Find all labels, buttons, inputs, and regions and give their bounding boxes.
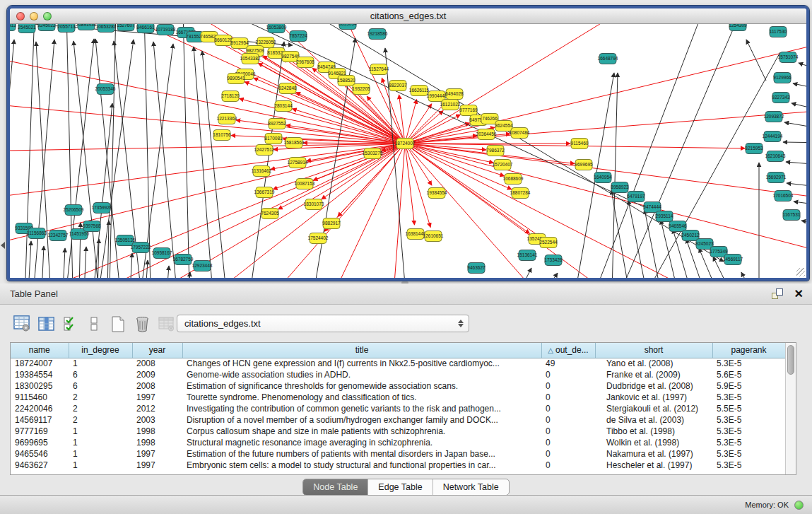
cell-out_de[interactable]: 49 — [541, 358, 595, 369]
network-node[interactable]: 1254309 — [729, 24, 747, 31]
table-row[interactable]: 1830029562008Estimation of significance … — [11, 380, 785, 392]
cell-title[interactable]: Estimation of the future numbers of pati… — [182, 448, 541, 460]
cell-pagerank[interactable]: 5.3E-5 — [712, 392, 785, 403]
column-header-pagerank[interactable]: pagerank — [712, 343, 785, 358]
network-node[interactable]: 1810756 — [213, 130, 231, 141]
cell-pagerank[interactable]: 5.6E-5 — [712, 369, 785, 380]
network-node[interactable]: 12610651 — [423, 231, 444, 242]
close-panel-icon[interactable]: ✕ — [794, 289, 804, 299]
network-node[interactable]: 1527607 — [117, 24, 135, 31]
network-edge[interactable] — [526, 273, 558, 278]
network-node[interactable]: 15720407 — [493, 160, 513, 170]
cell-short[interactable]: Dudbridge et al. (2008) — [595, 380, 712, 392]
network-node[interactable]: 1640954 — [594, 173, 612, 183]
network-node[interactable]: 10958167 — [152, 248, 172, 259]
network-node[interactable]: 19384554 — [427, 188, 447, 199]
cell-title[interactable]: Genome-wide association studies in ADHD. — [182, 369, 541, 380]
network-node[interactable]: 10807484 — [510, 128, 530, 139]
network-node[interactable]: 11527644 — [369, 64, 389, 75]
network-node[interactable]: 15136141 — [517, 250, 538, 261]
table-row[interactable]: 946362711997Embryonic stem cells: a mode… — [11, 460, 785, 471]
network-node[interactable]: 17359928 — [92, 203, 112, 214]
network-canvas[interactable]: 1950513254502192450222055713208914361065… — [10, 24, 806, 278]
cell-short[interactable]: Yano et al. (2008) — [595, 358, 712, 369]
cell-in_degree[interactable]: 2 — [69, 414, 132, 426]
network-edge[interactable] — [167, 266, 169, 278]
network-edge[interactable] — [787, 183, 806, 188]
network-node[interactable]: 2545021 — [18, 24, 36, 33]
network-node[interactable]: 8215953 — [745, 144, 763, 154]
network-node[interactable]: 12758914 — [288, 158, 308, 168]
network-node[interactable]: 2967608 — [296, 57, 314, 68]
cell-in_degree[interactable]: 1 — [69, 460, 132, 471]
network-node[interactable]: 2718120 — [221, 91, 240, 102]
network-node[interactable]: 9699695 — [575, 160, 593, 170]
network-node[interactable]: 18301073 — [304, 199, 324, 210]
network-edge[interactable] — [194, 47, 215, 278]
network-edge[interactable] — [801, 221, 806, 226]
network-edge[interactable] — [614, 24, 741, 278]
cell-year[interactable]: 2008 — [132, 380, 182, 392]
network-node[interactable]: 9890541 — [227, 74, 245, 84]
cell-name[interactable]: 9465546 — [11, 448, 69, 460]
network-node[interactable]: 20891436 — [76, 24, 97, 30]
table-row[interactable]: 2242004622012Investigating the contribut… — [11, 403, 785, 414]
cell-out_de[interactable]: 0 — [541, 403, 595, 414]
cell-name[interactable]: 9115460 — [11, 392, 69, 403]
table-vertical-scrollbar[interactable] — [785, 343, 796, 474]
cell-name[interactable]: 18300295 — [11, 380, 69, 392]
network-node[interactable]: 8170081 — [264, 134, 283, 144]
network-node[interactable]: 11156863 — [27, 228, 47, 239]
cell-name[interactable]: 14569117 — [11, 414, 69, 426]
select-rows-checkbox-icon[interactable] — [61, 315, 79, 333]
network-edge[interactable] — [799, 63, 806, 74]
cell-title[interactable]: Disruption of a novel member of a sodium… — [182, 414, 541, 426]
network-edge[interactable] — [28, 241, 31, 278]
network-node[interactable]: 15692971 — [766, 173, 787, 183]
column-header-title[interactable]: title — [182, 343, 541, 358]
cell-title[interactable]: Estimation of significance thresholds fo… — [182, 380, 541, 392]
network-node[interactable]: 7624305 — [261, 209, 279, 219]
network-edge[interactable] — [741, 272, 759, 278]
network-node[interactable]: 1733426 — [544, 255, 563, 266]
network-edge[interactable] — [73, 41, 102, 278]
network-node[interactable]: 8912954 — [230, 38, 249, 49]
cell-out_de[interactable]: 0 — [541, 414, 595, 426]
cell-pagerank[interactable]: 5.3E-5 — [712, 414, 785, 426]
cell-in_degree[interactable]: 2 — [69, 392, 132, 403]
network-edge[interactable] — [794, 201, 806, 206]
cell-title[interactable]: Embryonic stem cells: a model to study s… — [182, 460, 541, 471]
cell-pagerank[interactable]: 5.3E-5 — [712, 460, 785, 471]
network-node[interactable]: 17524402 — [308, 233, 329, 244]
table-select-dropdown[interactable]: citations_edges.txt — [177, 315, 469, 332]
network-node[interactable]: 12093872 — [764, 112, 784, 122]
network-edge[interactable] — [612, 73, 618, 278]
node-table[interactable]: namein_degreeyeartitle△out_de...shortpag… — [11, 343, 785, 471]
network-edge[interactable] — [183, 24, 190, 278]
cell-year[interactable]: 2008 — [132, 358, 182, 369]
network-node[interactable]: 9227343 — [772, 93, 790, 103]
scrollbar-thumb[interactable] — [787, 345, 794, 375]
network-edge[interactable] — [298, 62, 405, 144]
column-header-out_de[interactable]: △out_de... — [541, 343, 595, 358]
cell-short[interactable]: Nakamura et al. (1997) — [595, 448, 712, 460]
cell-in_degree[interactable]: 1 — [69, 448, 132, 460]
table-row[interactable]: 977716911998Corpus callosum shape and si… — [11, 426, 785, 437]
column-header-year[interactable]: year — [132, 343, 182, 358]
table-row[interactable]: 946554611997Estimation of the future num… — [11, 448, 785, 460]
network-node[interactable]: 8958923 — [611, 182, 629, 193]
cell-out_de[interactable]: 0 — [541, 448, 595, 460]
network-edge[interactable] — [313, 144, 405, 180]
cell-pagerank[interactable]: 5.3E-5 — [712, 448, 785, 460]
delete-column-disabled-icon[interactable] — [157, 315, 175, 333]
network-edge[interactable] — [505, 268, 531, 278]
network-node[interactable]: 8813054 — [339, 24, 357, 30]
cell-pagerank[interactable]: 5.3E-5 — [712, 426, 785, 437]
network-node[interactable]: 17957222 — [131, 243, 151, 253]
cell-name[interactable]: 19384554 — [11, 369, 69, 380]
table-settings-icon[interactable] — [13, 315, 31, 333]
cell-in_degree[interactable]: 6 — [69, 369, 132, 380]
float-panel-icon[interactable] — [772, 288, 783, 299]
network-edge[interactable] — [42, 246, 44, 278]
network-edge[interactable] — [24, 24, 35, 278]
